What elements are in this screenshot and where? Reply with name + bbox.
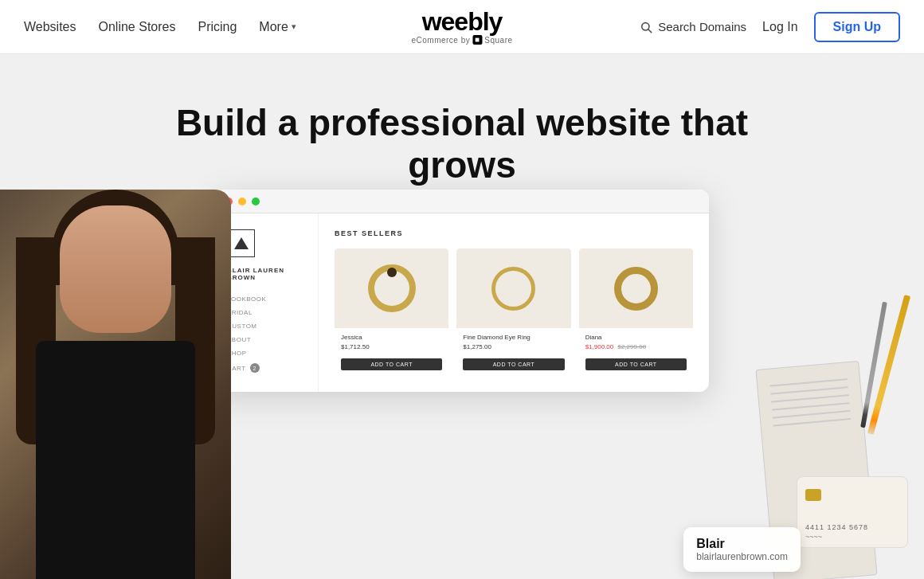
nav-websites[interactable]: Websites xyxy=(24,20,76,34)
product-info-diamond: Fine Diamond Eye Ring $1,275.00 ADD TO C… xyxy=(456,328,570,376)
product-price-diana: $1,900.00 $2,299.00 xyxy=(585,343,687,350)
sidebar-item-bridal[interactable]: BRIDAL xyxy=(227,309,306,316)
nav-online-stores[interactable]: Online Stores xyxy=(99,20,176,34)
mockup-titlebar xyxy=(215,190,709,213)
blair-name: Blair xyxy=(696,537,788,551)
search-domains-button[interactable]: Search Domains xyxy=(640,20,746,33)
person-silhouette xyxy=(0,190,231,579)
product-card-diamond: Fine Diamond Eye Ring $1,275.00 ADD TO C… xyxy=(456,248,570,376)
ring-diana-icon xyxy=(614,267,658,311)
signup-button[interactable]: Sign Up xyxy=(814,12,900,42)
search-icon xyxy=(640,21,652,33)
notebook-line xyxy=(769,378,848,387)
nav-right: Search Domains Log In Sign Up xyxy=(640,12,900,42)
credit-card-container: 4411 1234 5678 ~~~~ xyxy=(797,476,916,556)
hero-section: Build a professional website that grows … xyxy=(0,54,924,579)
product-info-jessica: Jessica $1,712.50 ADD TO CART xyxy=(335,328,448,376)
product-price-diamond: $1,275.00 xyxy=(463,343,564,350)
sidebar-item-shop[interactable]: SHOP xyxy=(227,350,306,357)
notebook-line xyxy=(773,410,851,419)
notebook-line xyxy=(773,418,852,427)
products-grid: Jessica $1,712.50 ADD TO CART Fine Diamo… xyxy=(335,248,693,376)
blair-info-card: Blair blairlaurenbrown.com xyxy=(683,527,801,572)
dot-green xyxy=(252,198,260,205)
nav-more[interactable]: More ▾ xyxy=(259,20,296,34)
logo-subtitle: eCommerce by ◼ Square xyxy=(411,35,512,45)
credit-card-illustration: 4411 1234 5678 ~~~~ xyxy=(797,476,908,548)
login-button[interactable]: Log In xyxy=(762,20,797,34)
notebook-line xyxy=(771,394,849,403)
sidebar-logo-box xyxy=(227,229,255,257)
sidebar-item-lookbook[interactable]: LOOKBOOK xyxy=(227,295,306,303)
product-image-diana xyxy=(579,248,693,328)
cart-count-badge: 2 xyxy=(250,363,260,373)
product-name-diamond: Fine Diamond Eye Ring xyxy=(463,334,564,341)
ring-jessica-icon xyxy=(368,264,416,312)
square-icon: ◼ xyxy=(472,35,482,45)
product-price-jessica: $1,712.50 xyxy=(341,343,442,350)
person-face xyxy=(60,205,171,333)
sidebar-logo-triangle xyxy=(234,237,249,249)
sidebar-item-about[interactable]: ABOUT xyxy=(227,336,306,343)
sidebar-item-custom[interactable]: CUSTOM xyxy=(227,323,306,330)
notebook-line xyxy=(770,386,848,395)
mockup-main-area: BEST SELLERS Jessica $1,712.50 ADD TO CA… xyxy=(319,213,709,392)
add-to-cart-diamond[interactable]: ADD TO CART xyxy=(463,358,564,370)
person-image xyxy=(0,190,231,579)
search-domains-label: Search Domains xyxy=(658,20,746,33)
sidebar-brand-name: BLAIR LAUREN BROWN xyxy=(227,267,306,281)
product-card-diana: Diana $1,900.00 $2,299.00 ADD TO CART xyxy=(579,248,693,376)
nav-pricing[interactable]: Pricing xyxy=(198,20,237,34)
product-info-diana: Diana $1,900.00 $2,299.00 ADD TO CART xyxy=(579,328,693,376)
svg-line-1 xyxy=(648,29,652,33)
product-name-jessica: Jessica xyxy=(341,334,442,341)
add-to-cart-jessica[interactable]: ADD TO CART xyxy=(341,358,442,370)
dot-yellow xyxy=(238,198,246,205)
notebook-line xyxy=(772,402,850,411)
credit-card-number: 4411 1234 5678 xyxy=(805,523,868,531)
add-to-cart-diana[interactable]: ADD TO CART xyxy=(585,358,687,370)
credit-card-chip xyxy=(805,489,821,501)
mockup-body: BLAIR LAUREN BROWN LOOKBOOK BRIDAL CUSTO… xyxy=(215,213,709,392)
sidebar-item-cart[interactable]: CART 2 xyxy=(227,363,306,373)
logo-text: weebly xyxy=(411,9,512,34)
product-image-jessica xyxy=(335,248,448,328)
person-body xyxy=(36,341,195,579)
product-image-diamond xyxy=(456,248,570,328)
best-sellers-heading: BEST SELLERS xyxy=(335,229,693,237)
product-sale-price-diana: $1,900.00 xyxy=(585,343,614,350)
website-mockup: BLAIR LAUREN BROWN LOOKBOOK BRIDAL CUSTO… xyxy=(215,190,709,392)
product-card-jessica: Jessica $1,712.50 ADD TO CART xyxy=(335,248,448,376)
nav-left: Websites Online Stores Pricing More ▾ xyxy=(24,20,296,34)
product-name-diana: Diana xyxy=(585,334,687,341)
logo[interactable]: weebly eCommerce by ◼ Square xyxy=(411,9,512,45)
ring-diamond-icon xyxy=(491,267,535,311)
header: Websites Online Stores Pricing More ▾ we… xyxy=(0,0,924,54)
chevron-down-icon: ▾ xyxy=(292,22,296,32)
product-original-price-diana: $2,299.00 xyxy=(617,343,646,350)
notebook-lines xyxy=(757,362,865,444)
blair-url: blairlaurenbrown.com xyxy=(696,551,788,562)
credit-card-squiggle: ~~~~ xyxy=(805,533,822,541)
